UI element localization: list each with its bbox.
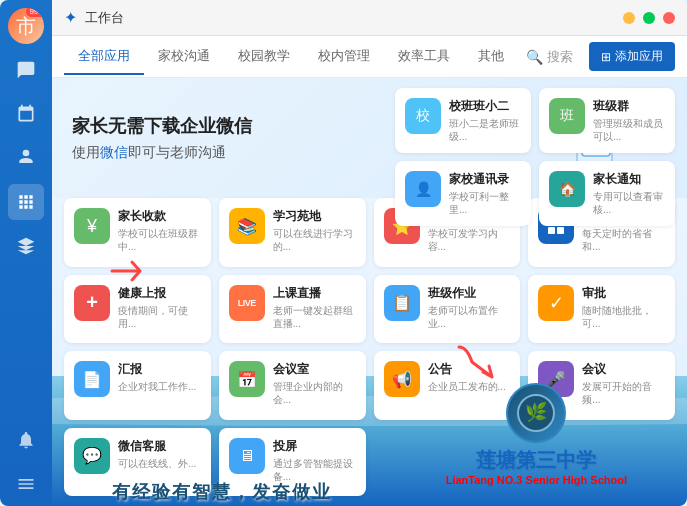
app-desc: 学校可发学习内容...	[428, 227, 511, 253]
app-icon-banjiqun: 班	[549, 98, 585, 134]
app-info-contacts: 家校通讯录 学校可利一整里...	[449, 171, 521, 216]
app-name: 家校通讯录	[449, 171, 521, 188]
app-icon: ✓	[538, 285, 574, 321]
svg-rect-11	[557, 227, 564, 234]
app-icon: 📄	[74, 361, 110, 397]
app-desc: 疫情期间，可使用...	[118, 304, 201, 330]
add-icon: ⊞	[601, 50, 611, 64]
app-card-xuexiyuan[interactable]: 📚 学习苑地 可以在线进行学习的...	[219, 198, 366, 267]
app-card-shenpi[interactable]: ✓ 审批 随时随地批批，可...	[528, 275, 675, 344]
school-name-en-suffix: Senior High School	[526, 474, 627, 486]
sidebar-icon-org[interactable]	[8, 228, 44, 264]
app-info: 上课直播 老师一键发起群组直播...	[273, 285, 356, 330]
window-controls	[623, 12, 675, 24]
search-icon: 🔍	[526, 49, 543, 65]
app-card-live[interactable]: LIVE 上课直播 老师一键发起群组直播...	[219, 275, 366, 344]
maximize-button[interactable]	[643, 12, 655, 24]
app-card-huibao[interactable]: 📄 汇报 企业对我工作作...	[64, 351, 211, 420]
app-card-huiyishi[interactable]: 📅 会议室 管理企业内部的会...	[219, 351, 366, 420]
app-name: 会议	[582, 361, 665, 378]
app-desc: 管理企业内部的会...	[273, 380, 356, 406]
sidebar-icon-message[interactable]	[8, 52, 44, 88]
minimize-button[interactable]	[623, 12, 635, 24]
top-apps: 校 校班班小二 班小二是老师班级... 班 班级群 管理班级和成员可以... 👤	[395, 88, 675, 226]
top-app-card-0[interactable]: 校 校班班小二 班小二是老师班级...	[395, 88, 531, 153]
app-info-banjiqun: 班级群 管理班级和成员可以...	[593, 98, 665, 143]
add-app-label: 添加应用	[615, 48, 663, 65]
app-icon: 📚	[229, 208, 265, 244]
top-app-card-1[interactable]: 班 班级群 管理班级和成员可以...	[539, 88, 675, 153]
tab-all-apps[interactable]: 全部应用	[64, 39, 144, 75]
app-icon: 📋	[384, 285, 420, 321]
app-name: 会议室	[273, 361, 356, 378]
sidebar-icon-calendar[interactable]	[8, 96, 44, 132]
tab-campus-management[interactable]: 校内管理	[304, 39, 384, 75]
app-desc: 老师一键发起群组直播...	[273, 304, 356, 330]
svg-text:🌿: 🌿	[525, 401, 548, 423]
sidebar: 市 99+	[0, 0, 52, 506]
notification-badge: 99+	[26, 8, 44, 17]
app-info: 汇报 企业对我工作作...	[118, 361, 201, 393]
app-info-notify: 家长通知 专用可以查看审核...	[593, 171, 665, 216]
app-card-zuoye[interactable]: 📋 班级作业 老师可以布置作业...	[374, 275, 521, 344]
sidebar-icon-menu[interactable]	[8, 466, 44, 502]
app-name: 班级作业	[428, 285, 511, 302]
app-name: 微信客服	[118, 438, 201, 455]
app-icon-xiaobaner: 校	[405, 98, 441, 134]
app-name: 汇报	[118, 361, 201, 378]
app-desc: 老师可以布置作业...	[428, 304, 511, 330]
app-name: 校班班小二	[449, 98, 521, 115]
app-desc: 专用可以查看审核...	[593, 190, 665, 216]
app-info: 健康上报 疫情期间，可使用...	[118, 285, 201, 330]
app-icon: +	[74, 285, 110, 321]
app-card-shoukuan[interactable]: ¥ 家长收款 学校可以在班级群中...	[64, 198, 211, 267]
app-desc: 管理班级和成员可以...	[593, 117, 665, 143]
app-desc: 班小二是老师班级...	[449, 117, 521, 143]
tab-bar: 全部应用 家校沟通 校园教学 校内管理 效率工具 其他 🔍 搜索 ⊞ 添加应用	[52, 36, 687, 78]
title-bar-text: 工作台	[85, 9, 124, 27]
app-name: 班级群	[593, 98, 665, 115]
main-content: 家长无需下载企业微信 使用微信即可与老师沟通 📱	[52, 78, 687, 506]
app-desc: 随时随地批批，可...	[582, 304, 665, 330]
app-icon: 💬	[74, 438, 110, 474]
top-app-card-3[interactable]: 🏠 家长通知 专用可以查看审核...	[539, 161, 675, 226]
tab-campus-teaching[interactable]: 校园教学	[224, 39, 304, 75]
app-desc: 可以在线进行学习的...	[273, 227, 356, 253]
content-area: ✦ 工作台 全部应用 家校沟通 校园教学 校内管理 效率工具 其他 🔍 搜索 ⊞…	[52, 0, 687, 506]
app-name: 上课直播	[273, 285, 356, 302]
app-icon: 📅	[229, 361, 265, 397]
school-logo: 🌿	[506, 383, 566, 443]
app-icon-contacts: 👤	[405, 171, 441, 207]
school-name-en: LianTang NO.3 Senior High School	[446, 474, 627, 486]
sidebar-icon-apps[interactable]	[8, 184, 44, 220]
app-icon: 📢	[384, 361, 420, 397]
app-desc: 学校可以在班级群中...	[118, 227, 201, 253]
app-info-xiaobaner: 校班班小二 班小二是老师班级...	[449, 98, 521, 143]
app-icon: LIVE	[229, 285, 265, 321]
app-info: 审批 随时随地批批，可...	[582, 285, 665, 330]
app-name: 家长收款	[118, 208, 201, 225]
banner-highlight: 微信	[100, 144, 128, 160]
app-icon-notify: 🏠	[549, 171, 585, 207]
app-info: 投屏 通过多管智能提设备...	[273, 438, 356, 483]
top-app-card-2[interactable]: 👤 家校通讯录 学校可利一整里...	[395, 161, 531, 226]
app-name: 学习苑地	[273, 208, 356, 225]
sidebar-icon-notifications[interactable]	[8, 422, 44, 458]
sidebar-icon-contacts[interactable]	[8, 140, 44, 176]
close-button[interactable]	[663, 12, 675, 24]
app-icon: ¥	[74, 208, 110, 244]
tab-efficiency[interactable]: 效率工具	[384, 39, 464, 75]
app-info: 班级作业 老师可以布置作业...	[428, 285, 511, 330]
svg-rect-10	[548, 227, 555, 234]
app-logo: ✦	[64, 8, 77, 27]
add-app-button[interactable]: ⊞ 添加应用	[589, 42, 675, 71]
main-window: 市 99+ ✦ 工作台	[0, 0, 687, 506]
tab-family-school[interactable]: 家校沟通	[144, 39, 224, 75]
school-name-en-number: NO.3	[497, 474, 523, 486]
app-desc: 企业对我工作作...	[118, 380, 201, 393]
title-bar: ✦ 工作台	[52, 0, 687, 36]
app-card-jiankang[interactable]: + 健康上报 疫情期间，可使用...	[64, 275, 211, 344]
tab-other[interactable]: 其他	[464, 39, 518, 75]
avatar[interactable]: 市 99+	[8, 8, 44, 44]
search-area[interactable]: 🔍 搜索	[526, 48, 573, 66]
